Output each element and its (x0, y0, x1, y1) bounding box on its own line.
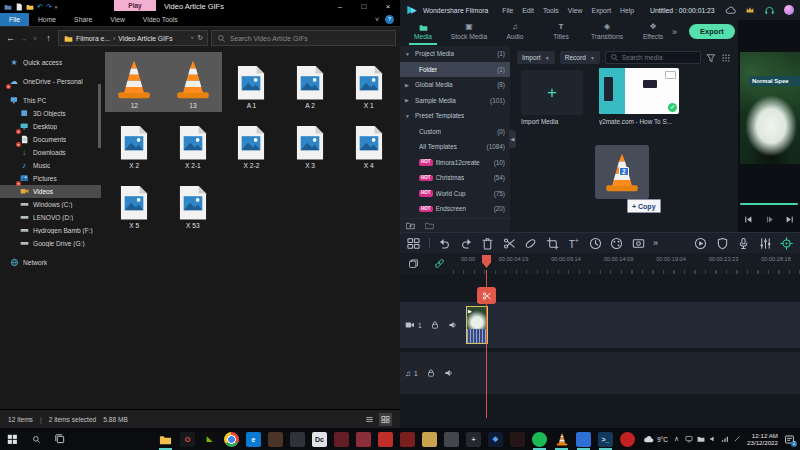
file-item-a-1[interactable]: A 1 (222, 52, 281, 112)
user-avatar[interactable] (784, 5, 794, 15)
sidebar-item-desktop[interactable]: ×Desktop (0, 120, 101, 133)
mixer-icon[interactable] (759, 237, 772, 250)
taskbar-app-nvidia-app[interactable]: ◣ (202, 432, 217, 447)
file-item-x-3[interactable]: X 3 (281, 112, 340, 172)
taskbar-app-blue-app[interactable] (576, 432, 591, 447)
sidebar-item-google-drive-g-[interactable]: Google Drive (G:) (0, 237, 101, 250)
task-view-icon[interactable] (48, 428, 72, 450)
lock-icon[interactable] (426, 368, 436, 378)
file-item-a-2[interactable]: A 2 (281, 52, 340, 112)
split-icon[interactable] (503, 237, 516, 250)
menu-tools[interactable]: Tools (543, 7, 559, 14)
search-icon[interactable] (24, 428, 48, 450)
ribbon-tab-view[interactable]: View (101, 13, 134, 26)
help-icon[interactable]: ? (385, 15, 394, 24)
tab-audio[interactable]: ♫Audio (492, 23, 538, 40)
tray-network-icon[interactable] (721, 435, 729, 443)
keyframe-icon[interactable] (780, 237, 793, 250)
history-dropdown-icon[interactable]: ˅ (31, 35, 39, 42)
media-category-preset-templates[interactable]: ▼Preset Templates (400, 108, 510, 124)
taskbar-app-dark-app[interactable] (290, 432, 305, 447)
media-view-icon[interactable] (407, 237, 420, 250)
next-frame-icon[interactable] (785, 215, 794, 224)
thumbnail-view-icon[interactable] (379, 413, 392, 426)
taskbar-app-vlc-player[interactable] (554, 432, 569, 447)
new-folder-icon[interactable] (26, 3, 34, 11)
speaker-icon[interactable] (444, 368, 454, 378)
mask-icon[interactable] (716, 237, 729, 250)
preview-progress-bar[interactable] (740, 203, 798, 205)
taskbar-app-claw-app[interactable] (510, 432, 525, 447)
sidebar-item-onedrive-personal[interactable]: ☁×OneDrive - Personal (0, 75, 101, 88)
media-category-sample-media[interactable]: ▶Sample Media(101) (400, 93, 510, 109)
file-item-12[interactable]: 12 (105, 52, 164, 112)
tray-monitor-icon[interactable] (685, 435, 693, 443)
voiceover-icon[interactable] (737, 237, 750, 250)
taskbar-app-adobe-dc-app[interactable]: Dc (312, 432, 327, 447)
breadcrumb-root[interactable]: Filmora e... (76, 35, 110, 42)
breadcrumb-dropdown-icon[interactable]: ˅ (191, 35, 195, 41)
more-tools-icon[interactable]: » (653, 238, 658, 248)
link-tracks-icon[interactable] (434, 258, 445, 269)
delete-folder-icon[interactable] (425, 221, 434, 230)
media-category-christmas[interactable]: HOTChristmas(54) (400, 170, 510, 186)
explorer-search-input[interactable]: Search Video Article GIFs (211, 30, 396, 46)
sidebar-item-network[interactable]: Network (0, 256, 101, 269)
timeline-clip[interactable]: ▶ (466, 306, 488, 344)
refresh-icon[interactable]: ↻ (197, 34, 203, 42)
sidebar-item-videos[interactable]: Videos (0, 185, 101, 198)
file-item-x-2-1[interactable]: X 2-1 (164, 112, 223, 172)
crop-icon[interactable] (546, 237, 559, 250)
upgrade-crown-icon[interactable] (745, 5, 755, 15)
taskbar-app-adobe-app-1[interactable] (334, 432, 349, 447)
color-icon[interactable] (610, 237, 623, 250)
media-category-all-templates[interactable]: All Templates(1084) (400, 139, 510, 155)
tab-transitions[interactable]: ◈Transitions (584, 23, 630, 40)
notification-center-icon[interactable]: 2 (784, 434, 795, 445)
windows-start-icon[interactable] (0, 428, 24, 450)
support-headset-icon[interactable] (764, 5, 775, 16)
tray-speaker-icon[interactable] (709, 435, 717, 443)
forward-icon[interactable]: → (20, 35, 28, 42)
minimize-button[interactable]: – (328, 0, 352, 13)
file-item-x-4[interactable]: X 4 (339, 112, 398, 172)
delete-icon[interactable] (481, 237, 494, 250)
ribbon-tab-video-tools[interactable]: Video Tools (134, 13, 187, 26)
media-category-world-cup[interactable]: HOTWorld Cup(75) (400, 186, 510, 202)
undo-icon[interactable]: ↶ (37, 3, 43, 11)
dragged-vlc-file[interactable]: 2 (595, 145, 649, 199)
ribbon-collapse-icon[interactable]: ˅ (375, 16, 379, 23)
breadcrumb[interactable]: Filmora e... › Video Article GIFs ˅ ↻ (58, 30, 208, 46)
sidebar-collapse-handle[interactable]: ◀ (509, 130, 516, 148)
sidebar-scrollbar[interactable] (98, 84, 101, 148)
redo-icon[interactable] (460, 237, 473, 250)
export-button[interactable]: Export (689, 24, 735, 39)
file-item-x-2[interactable]: X 2 (105, 112, 164, 172)
sidebar-item-documents[interactable]: ×Documents (0, 133, 101, 146)
import-dropdown[interactable]: Import▼ (517, 51, 555, 64)
play-icon[interactable] (765, 215, 774, 224)
record-dropdown[interactable]: Record▼ (560, 51, 600, 64)
close-button[interactable]: × (376, 0, 400, 13)
sidebar-item-windows-c-[interactable]: Windows (C:) (0, 198, 101, 211)
sidebar-item-pictures[interactable]: ×Pictures (0, 172, 101, 185)
file-item-x-1[interactable]: X 1 (339, 52, 398, 112)
weather-widget[interactable]: 9°C (643, 434, 668, 445)
tab-stock-media[interactable]: ▣Stock Media (446, 23, 492, 40)
taskbar-app-spotify[interactable] (532, 432, 547, 447)
file-item-13[interactable]: 13 (164, 52, 223, 112)
page-icon[interactable] (15, 3, 23, 11)
sidebar-item-3d-objects[interactable]: 3D Objects (0, 107, 101, 120)
more-tabs-icon[interactable]: » (672, 27, 677, 37)
video-track[interactable]: 1 ▶ (400, 302, 800, 348)
timeline-ruler[interactable]: 00:0000:00:04:1900:00:09:1400:00:14:0900… (453, 253, 800, 274)
menu-file[interactable]: File (502, 7, 513, 14)
taskbar-app-file-explorer[interactable] (158, 432, 173, 447)
dropdown-icon[interactable]: ▾ (55, 4, 58, 10)
chevron-down-icon[interactable]: ▼ (405, 113, 412, 119)
sidebar-item-quick-access[interactable]: ★Quick access (0, 56, 101, 69)
breadcrumb-current[interactable]: Video Article GIFs (118, 35, 172, 42)
undo-icon[interactable] (438, 237, 451, 250)
filter-icon[interactable] (706, 53, 716, 63)
import-media-tile[interactable]: + (521, 70, 583, 115)
